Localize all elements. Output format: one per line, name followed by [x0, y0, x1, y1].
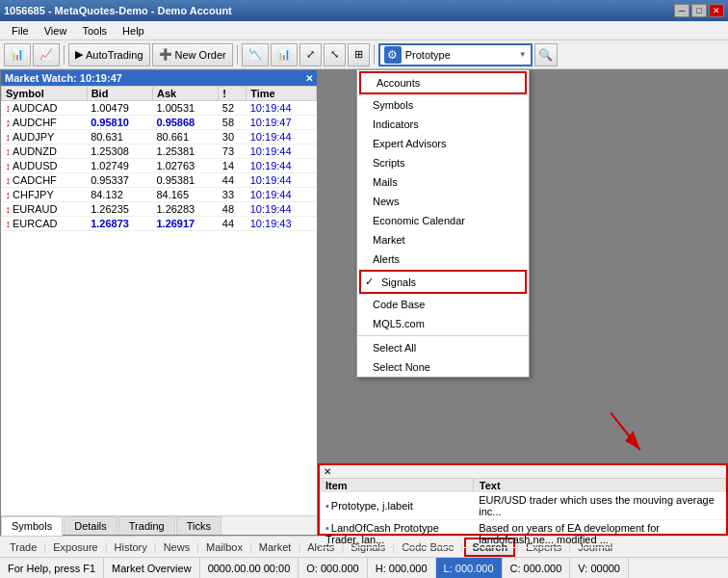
excl-cell: 30 [219, 130, 247, 144]
signals-col-item: Item [320, 479, 473, 492]
tab-ticks[interactable]: Ticks [176, 516, 221, 535]
toolbar-chart-btn-5[interactable]: ⊞ [348, 43, 370, 66]
dropdown-item-code-base[interactable]: Code Base [357, 295, 529, 314]
maximize-button[interactable]: □ [691, 4, 707, 17]
chart2-icon: 📈 [39, 48, 53, 61]
toolbar-icon-2[interactable]: 📈 [33, 43, 60, 66]
time-cell: 10:19:44 [247, 130, 317, 144]
menu-help[interactable]: Help [115, 23, 152, 39]
tab-symbols[interactable]: Symbols [1, 516, 63, 536]
col-bid: Bid [87, 87, 152, 101]
signal-item-cell: •Prototype, j.labeit [320, 492, 473, 520]
dropdown-item-market[interactable]: Market [357, 230, 529, 250]
btab-history[interactable]: History [109, 539, 153, 555]
tab-details[interactable]: Details [64, 516, 117, 535]
toolbar-chart-btn-3[interactable]: ⤢ [299, 43, 322, 66]
market-watch-close[interactable]: ✕ [305, 73, 313, 84]
dropdown-item-economic-calendar[interactable]: Economic Calendar [357, 211, 529, 230]
ask-cell: 1.26917 [152, 217, 218, 231]
time-cell: 10:19:44 [247, 101, 317, 116]
signals-table: Item Text •Prototype, j.labeit EUR/USD t… [320, 479, 726, 548]
signals-close-btn[interactable]: ✕ [320, 465, 335, 478]
btab-mailbox[interactable]: Mailbox [200, 539, 248, 555]
dropdown-item-mails[interactable]: Mails [357, 172, 529, 192]
btab-market[interactable]: Market [253, 539, 298, 555]
ask-cell: 1.25381 [152, 144, 218, 159]
table-row[interactable]: ↕AUDJPY 80.631 80.661 30 10:19:44 [2, 130, 317, 144]
table-row[interactable]: ↕AUDCAD 1.00479 1.00531 52 10:19:44 [2, 101, 317, 116]
dropdown-item-select-none[interactable]: Select None [357, 357, 529, 377]
dropdown-item-symbols[interactable]: Symbols [357, 95, 529, 115]
ask-cell: 0.95381 [152, 173, 218, 188]
table-row[interactable]: ↕AUDUSD 1.02749 1.02763 14 10:19:44 [2, 159, 317, 173]
table-row[interactable]: ↕AUDCHF 0.95810 0.95868 58 10:19:47 [2, 116, 317, 130]
dropdown-item-select-all[interactable]: Select All [357, 338, 529, 357]
status-c: C: 000.000 [503, 558, 571, 578]
symbol-cell: ↕EURAUD [2, 202, 88, 217]
btab-news[interactable]: News [158, 539, 196, 555]
tab-trading[interactable]: Trading [118, 516, 175, 535]
btab-separator: | [154, 541, 157, 553]
table-row[interactable]: ↕EURAUD 1.26235 1.26283 48 10:19:44 [2, 202, 317, 217]
neworder-button[interactable]: ➕ New Order [152, 43, 233, 66]
time-cell: 10:19:47 [247, 116, 317, 130]
title-bar: 1056685 - MetaQuotes-Demo - Demo Account… [0, 0, 728, 21]
time-cell: 10:19:44 [247, 173, 317, 188]
minimize-button[interactable]: ─ [674, 4, 689, 17]
toolbar-separator-3 [374, 45, 375, 65]
toolbar-chart-btn-1[interactable]: 📉 [242, 43, 269, 66]
right-area: AccountsSymbolsIndicatorsExpert Advisors… [318, 69, 728, 536]
signal-text-cell: Based on years of EA development for lan… [473, 520, 725, 548]
dropdown-item-expert-advisors[interactable]: Expert Advisors [357, 134, 529, 153]
time-cell: 10:19:44 [247, 188, 317, 202]
dropdown-item-accounts[interactable]: Accounts [359, 71, 527, 94]
dropdown-item-indicators[interactable]: Indicators [357, 115, 529, 134]
toolbar-search-button[interactable]: 🔍 [534, 43, 558, 66]
menu-file[interactable]: File [4, 23, 37, 39]
market-watch-panel: Market Watch: 10:19:47 ✕ Symbol Bid Ask … [0, 69, 318, 536]
bid-cell: 84.132 [87, 188, 152, 202]
dropdown-menu: AccountsSymbolsIndicatorsExpert Advisors… [356, 69, 530, 378]
table-row[interactable]: ↕CHFJPY 84.132 84.165 33 10:19:44 [2, 188, 317, 202]
table-row[interactable]: ↕AUDNZD 1.25308 1.25381 73 10:19:44 [2, 144, 317, 159]
excl-cell: 48 [219, 202, 247, 217]
bid-cell: 80.631 [87, 130, 152, 144]
excl-cell: 73 [219, 144, 247, 159]
market-watch-scroll[interactable]: Symbol Bid Ask ! Time ↕AUDCAD 1.00479 1.… [1, 86, 317, 515]
menu-tools[interactable]: Tools [74, 23, 115, 39]
prototype-selector[interactable]: ⚙ Prototype ▼ [378, 43, 533, 66]
prototype-gear-icon: ⚙ [384, 46, 402, 64]
signal-icon: • [325, 522, 329, 534]
symbol-cell: ↕AUDCHF [2, 116, 88, 130]
ask-cell: 1.02763 [152, 159, 218, 173]
dropdown-item-signals[interactable]: Signals [359, 270, 527, 294]
bid-cell: 1.00479 [87, 101, 152, 116]
btab-trade[interactable]: Trade [4, 539, 42, 555]
dropdown-item-scripts[interactable]: Scripts [357, 153, 529, 172]
toolbar-chart-btn-4[interactable]: ⤡ [324, 43, 346, 66]
close-button[interactable]: ✕ [709, 4, 724, 17]
bid-cell: 1.26235 [87, 202, 152, 217]
dropdown-item-alerts[interactable]: Alerts [357, 250, 529, 269]
toolbar-icon-1[interactable]: 📊 [4, 43, 31, 66]
svg-line-2 [611, 413, 639, 450]
dropdown-item-mql5.com[interactable]: MQL5.com [357, 314, 529, 333]
table-row[interactable]: ↕EURCAD 1.26873 1.26917 44 10:19:43 [2, 217, 317, 231]
col-symbol: Symbol [2, 87, 88, 101]
toolbar: 📊 📈 ▶ AutoTrading ➕ New Order 📉 📊 ⤢ ⤡ ⊞ … [0, 40, 728, 69]
ask-cell: 0.95868 [152, 116, 218, 130]
autotrading-button[interactable]: ▶ AutoTrading [68, 43, 150, 66]
list-item[interactable]: •Prototype, j.labeit EUR/USD trader whic… [320, 492, 726, 520]
symbol-cell: ↕CHFJPY [2, 188, 88, 202]
dropdown-separator [357, 335, 529, 336]
list-item[interactable]: •LandOfCash Prototype Trader, lan... Bas… [320, 520, 726, 548]
toolbar-separator-1 [64, 45, 65, 65]
menu-view[interactable]: View [37, 23, 75, 39]
table-row[interactable]: ↕CADCHF 0.95337 0.95381 44 10:19:44 [2, 173, 317, 188]
toolbar-chart-btn-2[interactable]: 📊 [271, 43, 298, 66]
bid-cell: 0.95810 [87, 116, 152, 130]
window-controls: ─ □ ✕ [674, 4, 724, 17]
dropdown-item-news[interactable]: News [357, 192, 529, 211]
col-ask: Ask [152, 87, 218, 101]
btab-exposure[interactable]: Exposure [47, 539, 103, 555]
